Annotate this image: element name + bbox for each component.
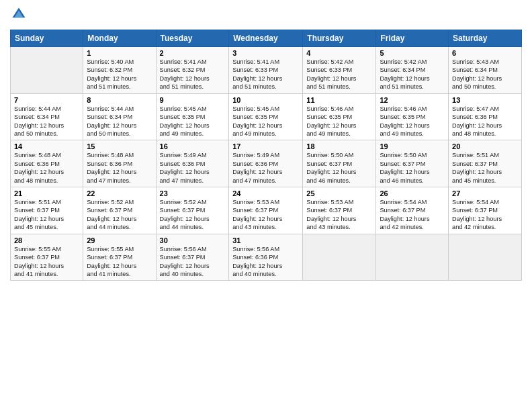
calendar-cell: 14Sunrise: 5:48 AM Sunset: 6:36 PM Dayli… xyxy=(11,140,83,187)
day-info: Sunrise: 5:51 AM Sunset: 6:37 PM Dayligh… xyxy=(14,198,79,232)
day-number: 31 xyxy=(232,236,299,244)
day-info: Sunrise: 5:56 AM Sunset: 6:37 PM Dayligh… xyxy=(160,245,226,279)
day-info: Sunrise: 5:47 AM Sunset: 6:36 PM Dayligh… xyxy=(452,105,518,138)
calendar-cell: 12Sunrise: 5:46 AM Sunset: 6:35 PM Dayli… xyxy=(376,93,449,140)
day-number: 30 xyxy=(160,236,226,244)
day-number: 14 xyxy=(14,142,79,150)
day-info: Sunrise: 5:50 AM Sunset: 6:37 PM Dayligh… xyxy=(306,151,372,185)
day-info: Sunrise: 5:54 AM Sunset: 6:37 PM Dayligh… xyxy=(452,198,518,232)
day-info: Sunrise: 5:56 AM Sunset: 6:36 PM Dayligh… xyxy=(232,245,299,279)
week-row-5: 28Sunrise: 5:55 AM Sunset: 6:37 PM Dayli… xyxy=(11,234,522,281)
week-row-3: 14Sunrise: 5:48 AM Sunset: 6:36 PM Dayli… xyxy=(11,140,522,187)
day-number: 5 xyxy=(380,49,445,57)
day-number: 13 xyxy=(452,96,518,104)
column-header-monday: Monday xyxy=(83,30,156,47)
day-info: Sunrise: 5:55 AM Sunset: 6:37 PM Dayligh… xyxy=(87,245,152,279)
calendar-cell: 3Sunrise: 5:41 AM Sunset: 6:33 PM Daylig… xyxy=(229,47,303,94)
calendar-cell: 29Sunrise: 5:55 AM Sunset: 6:37 PM Dayli… xyxy=(83,234,156,281)
calendar-cell: 6Sunrise: 5:43 AM Sunset: 6:34 PM Daylig… xyxy=(449,47,522,94)
calendar-cell: 24Sunrise: 5:53 AM Sunset: 6:37 PM Dayli… xyxy=(229,187,303,234)
logo-icon xyxy=(11,7,26,21)
calendar-cell: 7Sunrise: 5:44 AM Sunset: 6:34 PM Daylig… xyxy=(11,93,83,140)
calendar-cell: 20Sunrise: 5:51 AM Sunset: 6:37 PM Dayli… xyxy=(449,140,522,187)
week-row-4: 21Sunrise: 5:51 AM Sunset: 6:37 PM Dayli… xyxy=(11,187,522,234)
day-info: Sunrise: 5:52 AM Sunset: 6:37 PM Dayligh… xyxy=(160,198,226,232)
calendar-cell: 5Sunrise: 5:42 AM Sunset: 6:34 PM Daylig… xyxy=(376,47,449,94)
day-number: 15 xyxy=(87,142,152,150)
day-info: Sunrise: 5:51 AM Sunset: 6:37 PM Dayligh… xyxy=(452,151,518,185)
day-info: Sunrise: 5:53 AM Sunset: 6:37 PM Dayligh… xyxy=(232,198,299,232)
day-number: 18 xyxy=(306,142,372,150)
day-number: 28 xyxy=(14,236,79,244)
calendar-cell xyxy=(376,234,449,281)
calendar-page: SundayMondayTuesdayWednesdayThursdayFrid… xyxy=(0,0,532,411)
day-number: 20 xyxy=(452,142,518,150)
column-header-wednesday: Wednesday xyxy=(229,30,303,47)
calendar-body: 1Sunrise: 5:40 AM Sunset: 6:32 PM Daylig… xyxy=(11,47,522,281)
logo xyxy=(10,7,26,24)
calendar-cell: 19Sunrise: 5:50 AM Sunset: 6:37 PM Dayli… xyxy=(376,140,449,187)
day-number: 26 xyxy=(380,189,445,197)
calendar-cell: 9Sunrise: 5:45 AM Sunset: 6:35 PM Daylig… xyxy=(156,93,229,140)
day-info: Sunrise: 5:40 AM Sunset: 6:32 PM Dayligh… xyxy=(87,58,152,91)
calendar-cell: 26Sunrise: 5:54 AM Sunset: 6:37 PM Dayli… xyxy=(376,187,449,234)
calendar-table: SundayMondayTuesdayWednesdayThursdayFrid… xyxy=(10,30,522,281)
day-number: 11 xyxy=(306,96,372,104)
day-number: 10 xyxy=(232,96,299,104)
day-info: Sunrise: 5:48 AM Sunset: 6:36 PM Dayligh… xyxy=(87,151,152,185)
day-info: Sunrise: 5:46 AM Sunset: 6:35 PM Dayligh… xyxy=(306,105,372,138)
day-info: Sunrise: 5:42 AM Sunset: 6:33 PM Dayligh… xyxy=(306,58,372,91)
day-info: Sunrise: 5:45 AM Sunset: 6:35 PM Dayligh… xyxy=(160,105,226,138)
calendar-cell: 18Sunrise: 5:50 AM Sunset: 6:37 PM Dayli… xyxy=(303,140,376,187)
day-number: 27 xyxy=(452,189,518,197)
calendar-cell: 11Sunrise: 5:46 AM Sunset: 6:35 PM Dayli… xyxy=(303,93,376,140)
day-info: Sunrise: 5:45 AM Sunset: 6:35 PM Dayligh… xyxy=(232,105,299,138)
calendar-cell: 16Sunrise: 5:49 AM Sunset: 6:36 PM Dayli… xyxy=(156,140,229,187)
day-info: Sunrise: 5:41 AM Sunset: 6:32 PM Dayligh… xyxy=(160,58,226,91)
calendar-cell: 15Sunrise: 5:48 AM Sunset: 6:36 PM Dayli… xyxy=(83,140,156,187)
day-number: 3 xyxy=(232,49,299,57)
calendar-cell: 4Sunrise: 5:42 AM Sunset: 6:33 PM Daylig… xyxy=(303,47,376,94)
calendar-cell xyxy=(11,47,83,94)
day-info: Sunrise: 5:52 AM Sunset: 6:37 PM Dayligh… xyxy=(87,198,152,232)
day-number: 29 xyxy=(87,236,152,244)
header-row: SundayMondayTuesdayWednesdayThursdayFrid… xyxy=(11,30,522,47)
page-header xyxy=(10,7,522,24)
day-number: 23 xyxy=(160,189,226,197)
calendar-cell xyxy=(303,234,376,281)
calendar-cell: 27Sunrise: 5:54 AM Sunset: 6:37 PM Dayli… xyxy=(449,187,522,234)
column-header-saturday: Saturday xyxy=(449,30,522,47)
day-info: Sunrise: 5:44 AM Sunset: 6:34 PM Dayligh… xyxy=(14,105,79,138)
day-info: Sunrise: 5:44 AM Sunset: 6:34 PM Dayligh… xyxy=(87,105,152,138)
day-info: Sunrise: 5:48 AM Sunset: 6:36 PM Dayligh… xyxy=(14,151,79,185)
calendar-cell: 22Sunrise: 5:52 AM Sunset: 6:37 PM Dayli… xyxy=(83,187,156,234)
day-info: Sunrise: 5:50 AM Sunset: 6:37 PM Dayligh… xyxy=(380,151,445,185)
calendar-cell: 23Sunrise: 5:52 AM Sunset: 6:37 PM Dayli… xyxy=(156,187,229,234)
day-number: 16 xyxy=(160,142,226,150)
day-number: 25 xyxy=(306,189,372,197)
day-number: 21 xyxy=(14,189,79,197)
column-header-thursday: Thursday xyxy=(303,30,376,47)
day-info: Sunrise: 5:43 AM Sunset: 6:34 PM Dayligh… xyxy=(452,58,518,91)
day-number: 6 xyxy=(452,49,518,57)
day-number: 24 xyxy=(232,189,299,197)
day-number: 12 xyxy=(380,96,445,104)
day-info: Sunrise: 5:42 AM Sunset: 6:34 PM Dayligh… xyxy=(380,58,445,91)
day-number: 19 xyxy=(380,142,445,150)
column-header-sunday: Sunday xyxy=(11,30,83,47)
calendar-cell: 1Sunrise: 5:40 AM Sunset: 6:32 PM Daylig… xyxy=(83,47,156,94)
calendar-cell: 8Sunrise: 5:44 AM Sunset: 6:34 PM Daylig… xyxy=(83,93,156,140)
day-info: Sunrise: 5:41 AM Sunset: 6:33 PM Dayligh… xyxy=(232,58,299,91)
calendar-cell: 25Sunrise: 5:53 AM Sunset: 6:37 PM Dayli… xyxy=(303,187,376,234)
calendar-cell: 31Sunrise: 5:56 AM Sunset: 6:36 PM Dayli… xyxy=(229,234,303,281)
calendar-cell xyxy=(449,234,522,281)
day-number: 8 xyxy=(87,96,152,104)
day-info: Sunrise: 5:46 AM Sunset: 6:35 PM Dayligh… xyxy=(380,105,445,138)
calendar-cell: 21Sunrise: 5:51 AM Sunset: 6:37 PM Dayli… xyxy=(11,187,83,234)
column-header-tuesday: Tuesday xyxy=(156,30,229,47)
day-number: 1 xyxy=(87,49,152,57)
calendar-cell: 17Sunrise: 5:49 AM Sunset: 6:36 PM Dayli… xyxy=(229,140,303,187)
day-number: 9 xyxy=(160,96,226,104)
calendar-cell: 10Sunrise: 5:45 AM Sunset: 6:35 PM Dayli… xyxy=(229,93,303,140)
calendar-cell: 28Sunrise: 5:55 AM Sunset: 6:37 PM Dayli… xyxy=(11,234,83,281)
